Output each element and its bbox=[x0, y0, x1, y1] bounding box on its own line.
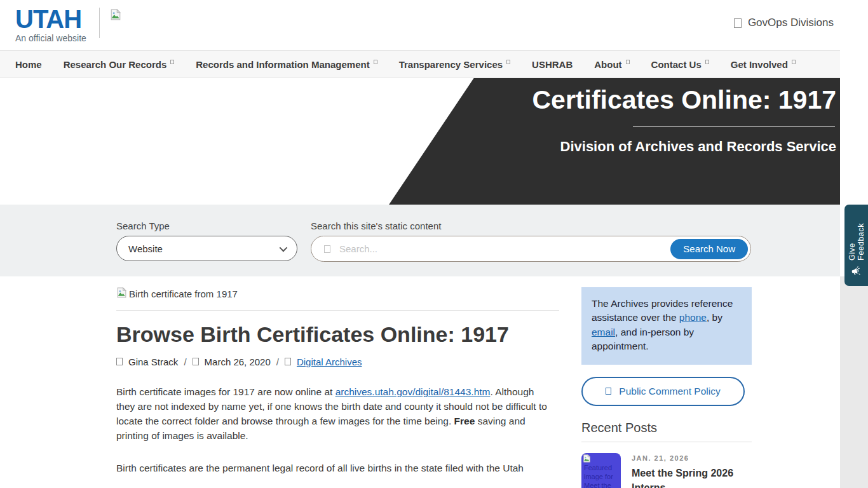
category-icon bbox=[285, 358, 291, 365]
site-search-field: Search Now bbox=[311, 236, 751, 262]
post-thumbnail: Featured image for Meet the Spring 2026 … bbox=[581, 453, 621, 488]
article-image-alt-text: Birth certificate from 1917 bbox=[129, 288, 238, 299]
email-link[interactable]: email bbox=[592, 327, 615, 337]
utah-logo-text: UTAH bbox=[15, 6, 90, 32]
search-type-select[interactable]: Website bbox=[116, 236, 297, 261]
author-icon bbox=[116, 358, 123, 365]
search-now-button[interactable]: Search Now bbox=[670, 239, 748, 259]
nav-item-ushrab[interactable]: USHRAB bbox=[532, 59, 573, 70]
blog-post: Birth certificate from 1917 Browse Birth… bbox=[116, 287, 559, 488]
document-icon bbox=[606, 388, 611, 395]
archives-url-link[interactable]: archives.utah.gov/digital/81443.htm bbox=[336, 386, 491, 397]
page-background-gutter bbox=[840, 276, 868, 488]
chevron-down-icon bbox=[705, 60, 709, 64]
recent-post-item[interactable]: Featured image for Meet the Spring 2026 … bbox=[581, 453, 752, 488]
give-feedback-tab[interactable]: Give Feedback bbox=[844, 205, 868, 286]
author-name: Gina Strack bbox=[128, 356, 178, 367]
public-comment-policy-button[interactable]: Public Comment Policy bbox=[581, 377, 745, 406]
nav-item-research-our-records[interactable]: Research Our Records bbox=[64, 59, 175, 70]
nav-item-get-involved[interactable]: Get Involved bbox=[731, 59, 796, 70]
govops-divisions-label: GovOps Divisions bbox=[748, 17, 834, 29]
nav-item-home[interactable]: Home bbox=[15, 59, 42, 70]
post-date: March 26, 2020 bbox=[205, 356, 271, 367]
broken-image-icon bbox=[116, 287, 127, 300]
article-image-placeholder: Birth certificate from 1917 bbox=[116, 287, 559, 300]
nav-item-about[interactable]: About bbox=[594, 59, 629, 70]
chevron-down-icon bbox=[792, 60, 796, 64]
give-feedback-label: Give Feedback bbox=[848, 205, 865, 261]
utah-logo[interactable]: UTAH An official website bbox=[15, 6, 121, 43]
page-title: Certificates Online: 1917 bbox=[531, 83, 836, 116]
nav-item-records-information-management[interactable]: Records and Information Management bbox=[196, 59, 377, 70]
hero-subtitle: Division of Archives and Records Service bbox=[531, 139, 836, 155]
nav-item-transparency-services[interactable]: Transparency Services bbox=[399, 59, 510, 70]
chevron-down-icon bbox=[170, 60, 174, 64]
broken-image-icon bbox=[583, 454, 591, 463]
logo-divider bbox=[99, 8, 100, 38]
article-paragraph-2: Birth certificates are the permanent leg… bbox=[116, 461, 550, 475]
calendar-icon bbox=[193, 358, 199, 365]
article-title: Browse Birth Certificates Online: 1917 bbox=[116, 320, 536, 350]
grid-icon bbox=[734, 18, 742, 28]
post-date: JAN. 21, 2026 bbox=[632, 454, 740, 462]
article-paragraph-1: Birth certificate images for 1917 are no… bbox=[116, 384, 550, 444]
sidebar: The Archives provides reference assistan… bbox=[581, 287, 752, 488]
article-divider bbox=[116, 310, 559, 311]
search-bar-section: Search Type Search this site's static co… bbox=[0, 205, 840, 276]
search-input[interactable] bbox=[339, 243, 670, 254]
phone-link[interactable]: phone bbox=[679, 312, 707, 323]
article-byline: Gina Strack / March 26, 2020 / Digital A… bbox=[116, 356, 559, 367]
chevron-down-icon bbox=[626, 60, 630, 64]
nav-item-contact-us[interactable]: Contact Us bbox=[651, 59, 709, 70]
search-content-label: Search this site's static content bbox=[311, 220, 441, 231]
main-nav: Home Research Our Records Records and In… bbox=[0, 50, 840, 78]
reference-assistance-info-box: The Archives provides reference assistan… bbox=[581, 287, 752, 365]
search-icon bbox=[324, 245, 330, 253]
recent-posts-heading: Recent Posts bbox=[581, 421, 752, 442]
search-type-value: Website bbox=[128, 243, 163, 254]
hero-banner: Certificates Online: 1917 Division of Ar… bbox=[0, 78, 840, 205]
broken-image-icon bbox=[110, 9, 121, 23]
post-title: Meet the Spring 2026 Interns bbox=[632, 466, 740, 488]
chevron-down-icon bbox=[280, 243, 288, 252]
megaphone-icon bbox=[851, 266, 862, 280]
hero-divider bbox=[633, 126, 835, 127]
official-website-tagline: An official website bbox=[15, 33, 90, 43]
category-link[interactable]: Digital Archives bbox=[297, 356, 362, 367]
chevron-down-icon bbox=[374, 60, 377, 64]
site-header: UTAH An official website GovOps Division… bbox=[0, 0, 868, 50]
main-content: Birth certificate from 1917 Browse Birth… bbox=[0, 276, 840, 488]
search-type-label: Search Type bbox=[116, 220, 170, 231]
chevron-down-icon bbox=[506, 60, 510, 64]
post-thumbnail-alt-text: Featured image for Meet the Spring 2026 … bbox=[584, 463, 620, 488]
govops-divisions-link[interactable]: GovOps Divisions bbox=[734, 17, 834, 29]
